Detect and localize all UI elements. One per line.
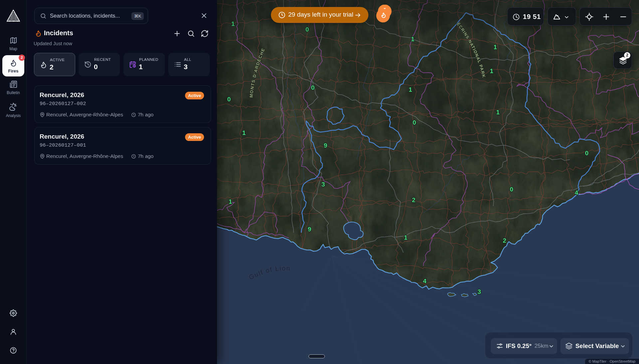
svg-text:4: 4 — [575, 189, 578, 196]
svg-text:1: 1 — [404, 234, 408, 241]
svg-text:1: 1 — [242, 129, 246, 136]
svg-text:0: 0 — [510, 186, 514, 193]
svg-text:0: 0 — [227, 96, 231, 103]
svg-text:3: 3 — [321, 181, 325, 188]
svg-text:2: 2 — [412, 196, 416, 203]
svg-text:0: 0 — [585, 150, 589, 157]
svg-text:2: 2 — [503, 237, 507, 244]
svg-text:1: 1 — [494, 44, 497, 51]
svg-text:0: 0 — [413, 119, 416, 126]
svg-text:1: 1 — [229, 198, 232, 205]
svg-text:3: 3 — [478, 288, 481, 295]
svg-text:0: 0 — [311, 84, 315, 91]
svg-text:1: 1 — [490, 67, 494, 74]
svg-text:4: 4 — [423, 278, 427, 285]
svg-text:1: 1 — [409, 86, 412, 93]
svg-text:9: 9 — [324, 142, 327, 149]
svg-text:9: 9 — [308, 226, 312, 233]
svg-text:1: 1 — [496, 109, 500, 116]
